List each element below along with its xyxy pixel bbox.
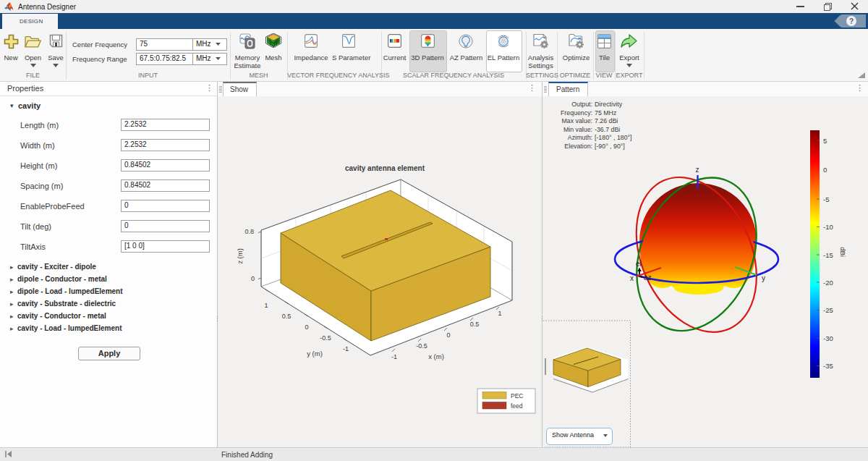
svg-text:-5: -5 [823,195,829,203]
svg-text:Max value:: Max value: [561,117,592,124]
svg-text:-1: -1 [391,353,397,360]
svg-text:-20: -20 [823,279,833,287]
svg-text:0.5: 0.5 [470,321,480,328]
svg-text:-1: -1 [343,345,349,352]
svg-text:x (m): x (m) [428,352,444,360]
svg-text:z: z [696,166,699,174]
svg-text:Frequency:: Frequency: [561,109,592,117]
svg-text:x: x [630,274,634,282]
svg-text:y (m): y (m) [307,350,323,358]
svg-text:0.5: 0.5 [282,313,292,320]
svg-text:Elevation:: Elevation: [564,143,592,150]
svg-text:-10: -10 [823,223,833,231]
svg-text:75 MHz: 75 MHz [595,109,616,117]
svg-text:-0.5: -0.5 [416,342,427,350]
svg-text:5: 5 [823,137,827,145]
svg-text:[-90° , 90°]: [-90° , 90°] [595,143,625,150]
svg-text:Min value:: Min value: [563,126,592,133]
svg-text:-15: -15 [823,251,833,259]
svg-text:7.26 dBi: 7.26 dBi [595,117,618,124]
svg-text:1: 1 [498,310,501,317]
svg-text:0: 0 [446,331,450,339]
svg-text:PEC: PEC [511,392,523,399]
svg-text:0: 0 [823,166,827,174]
svg-text:-35: -35 [823,362,833,370]
svg-text:Azimuth:: Azimuth: [568,134,592,141]
svg-text:feed: feed [511,402,523,410]
svg-text:z (m): z (m) [236,248,244,264]
svg-text:-30: -30 [823,334,833,342]
svg-text:y: y [762,274,765,282]
svg-text:[-180° , 180°]: [-180° , 180°] [595,134,632,141]
svg-text:-25: -25 [823,306,833,314]
svg-text:az: az [644,274,652,282]
svg-text:Directivity: Directivity [595,101,623,108]
svg-text:1: 1 [264,302,268,309]
svg-text:-36.7 dBi: -36.7 dBi [595,126,620,133]
svg-text:-0.5: -0.5 [320,334,331,342]
svg-text:dBi: dBi [839,247,847,257]
svg-text:0: 0 [305,323,308,331]
svg-text:el: el [636,260,642,268]
svg-text:cavity antenna element: cavity antenna element [345,164,425,172]
svg-text:0.8: 0.8 [244,228,254,235]
svg-text:0: 0 [251,275,255,282]
svg-text:Output:: Output: [571,101,592,108]
